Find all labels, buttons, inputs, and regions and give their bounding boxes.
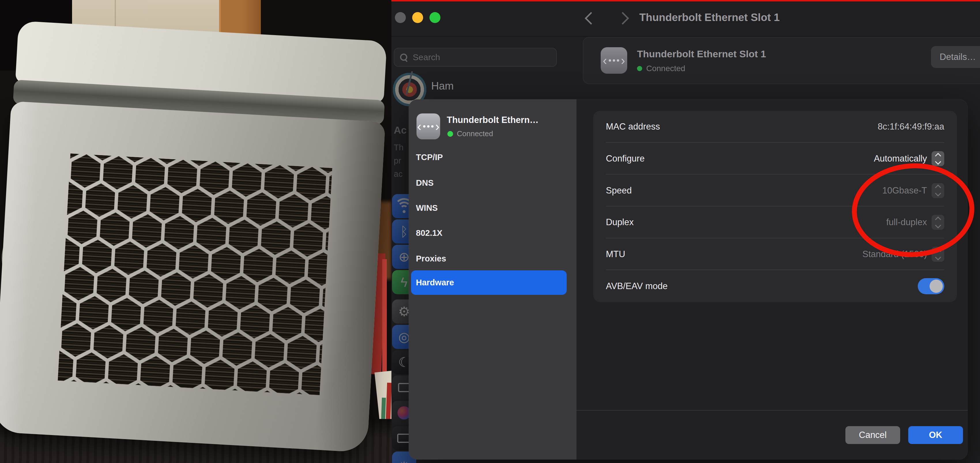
cancel-button[interactable]: Cancel (845, 426, 900, 444)
device-photo (0, 0, 391, 463)
back-chevron-icon[interactable] (585, 12, 598, 25)
profile-name: Ham (431, 80, 454, 92)
connected-dot-icon (637, 66, 642, 71)
hardware-settings-card: MAC address 8c:1f:64:49:f9:aa Configure … (593, 111, 957, 302)
duplex-stepper (932, 215, 944, 230)
sidebar-text-fragment: pr (394, 156, 401, 166)
speed-value: 10Gbase-T (882, 186, 927, 196)
details-button[interactable]: Details… (931, 46, 980, 68)
screenshot-root: Thunderbolt Ethernet Slot 1 Ham Ac Th pr… (0, 0, 980, 463)
tab-tcpip[interactable]: TCP/IP (416, 151, 443, 163)
row-mac-address: MAC address 8c:1f:64:49:f9:aa (593, 111, 957, 143)
toggle-knob (929, 279, 943, 293)
row-speed: Speed 10Gbase-T (593, 174, 957, 206)
configure-value: Automatically (874, 154, 927, 164)
sheet-status: Connected (447, 129, 493, 138)
interface-card-title: Thunderbolt Ethernet Slot 1 (637, 48, 766, 60)
tab-8021x[interactable]: 802.1X (416, 227, 442, 239)
sidebar-text-fragment: Th (394, 143, 404, 152)
tab-proxies[interactable]: Proxies (416, 252, 446, 265)
sheet-content: MAC address 8c:1f:64:49:f9:aa Configure … (576, 99, 967, 460)
mtu-value: Standard (1500) (862, 249, 927, 259)
interface-card-status: Connected (637, 64, 685, 73)
sidebar-text-fragment: Ac (394, 124, 407, 136)
sidebar-text-fragment: ac (394, 169, 402, 179)
thunderbolt-device (0, 21, 390, 453)
mtu-stepper (932, 247, 944, 262)
hex-vent-grid (58, 154, 332, 395)
red-top-line-annotation (391, 0, 980, 2)
row-configure: Configure Automatically (593, 143, 957, 175)
system-settings-window: Thunderbolt Ethernet Slot 1 Ham Ac Th pr… (391, 0, 980, 463)
hardware-sheet: ‹› Thunderbolt Ethern… Connected TCP/IP … (409, 99, 967, 460)
configure-stepper[interactable] (932, 151, 944, 166)
duplex-value: full-duplex (886, 217, 927, 227)
device-body (0, 101, 385, 453)
search-input[interactable] (412, 52, 550, 62)
search-icon (400, 54, 407, 61)
sheet-title: Thunderbolt Ethern… (447, 115, 539, 125)
avb-eav-toggle[interactable] (918, 278, 944, 294)
zoom-button[interactable] (430, 12, 441, 23)
row-duplex: Duplex full-duplex (593, 206, 957, 238)
mac-address-value: 8c:1f:64:49:f9:aa (878, 122, 944, 132)
search-field[interactable] (394, 48, 557, 67)
sheet-sidebar: ‹› Thunderbolt Ethern… Connected TCP/IP … (409, 99, 576, 460)
ethernet-icon: ‹› (601, 47, 627, 74)
forward-chevron-icon[interactable] (617, 12, 629, 25)
ethernet-icon: ‹› (417, 113, 440, 140)
row-avb-eav: AVB/EAV mode (593, 270, 957, 302)
tab-dns[interactable]: DNS (416, 176, 434, 189)
ok-button[interactable]: OK (908, 426, 963, 444)
minimize-button[interactable] (412, 12, 423, 23)
speed-stepper (932, 183, 944, 198)
connected-dot-icon (447, 131, 453, 137)
close-button[interactable] (395, 12, 406, 23)
interface-card: ‹› Thunderbolt Ethernet Slot 1 Connected… (583, 37, 980, 84)
sheet-footer: Cancel OK (576, 410, 967, 460)
tab-wins[interactable]: WINS (416, 201, 438, 214)
tab-hardware-selected[interactable]: Hardware (411, 270, 567, 295)
toolbar: Thunderbolt Ethernet Slot 1 (391, 0, 980, 37)
row-mtu: MTU Standard (1500) (593, 238, 957, 270)
window-title: Thunderbolt Ethernet Slot 1 (639, 11, 780, 24)
photo-book-red-light (382, 259, 387, 374)
